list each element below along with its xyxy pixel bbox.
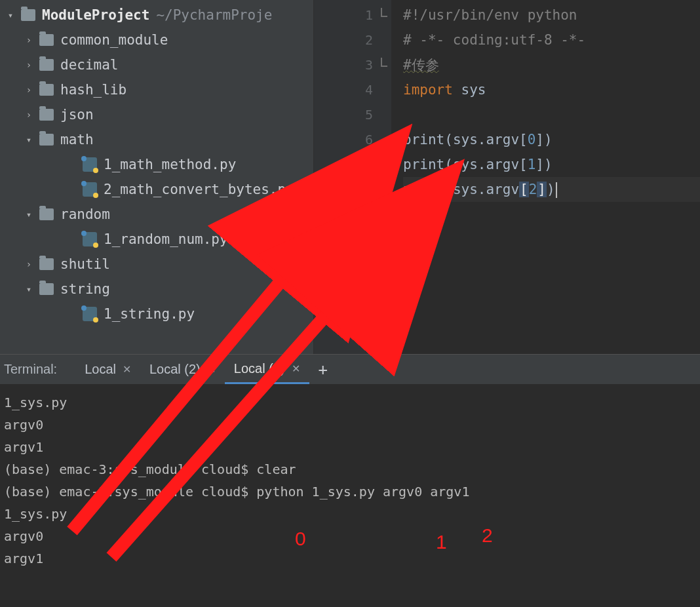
- code-identifier: sys: [461, 82, 486, 98]
- chevron-down-icon[interactable]: ▾: [22, 209, 35, 220]
- chevron-right-icon[interactable]: ›: [22, 35, 35, 45]
- tree-item[interactable]: ›hash_lib: [0, 77, 313, 102]
- folder-icon: [39, 258, 54, 270]
- tree-item-label: 2_math_convert_bytes.py: [104, 182, 294, 197]
- tree-item[interactable]: ·1_random_num.py: [0, 227, 313, 252]
- text-caret: [556, 182, 557, 198]
- terminal-tab-label: Local: [85, 362, 116, 377]
- tree-item-label: decimal: [60, 57, 119, 73]
- project-root-label: ModuleProject: [42, 7, 149, 23]
- code-comment: #传参: [403, 57, 439, 73]
- python-file-icon: [83, 307, 97, 321]
- terminal-panel: Terminal: Local✕Local (2)✕Local (3)✕ + 1…: [0, 354, 700, 607]
- project-root-row[interactable]: ▾ ModuleProject ~/PycharmProje: [0, 3, 313, 28]
- terminal-title: Terminal:: [4, 362, 57, 377]
- close-icon[interactable]: ✕: [207, 363, 216, 376]
- add-terminal-button[interactable]: +: [309, 361, 337, 379]
- terminal-tab[interactable]: Local (3)✕: [225, 355, 309, 384]
- tree-item-label: math: [60, 132, 94, 147]
- code-comment: # -*- coding:utf-8 -*-: [403, 32, 585, 48]
- tree-item-label: 1_math_method.py: [104, 157, 236, 172]
- tree-item-label: random: [60, 206, 110, 222]
- python-file-icon: [83, 232, 97, 246]
- close-icon[interactable]: ✕: [123, 363, 131, 376]
- folder-icon: [39, 208, 54, 220]
- python-file-icon: [83, 182, 97, 197]
- python-file-icon: [83, 157, 97, 172]
- code-keyword: import: [403, 82, 453, 98]
- tree-item-label: shutil: [60, 256, 110, 272]
- folder-icon: [39, 34, 54, 46]
- terminal-tab-label: Local (2): [149, 362, 201, 377]
- tree-item-label: 1_random_num.py: [104, 231, 228, 247]
- editor-gutter: 1 2 3 4 5 6 7 8 9 10: [314, 0, 391, 354]
- tree-item[interactable]: ·2_math_convert_bytes.py: [0, 177, 313, 202]
- folder-icon: [39, 134, 54, 146]
- folder-icon: [21, 9, 35, 21]
- chevron-down-icon[interactable]: ▾: [22, 134, 35, 145]
- close-icon[interactable]: ✕: [292, 362, 300, 375]
- terminal-tabs-bar: Terminal: Local✕Local (2)✕Local (3)✕ +: [0, 355, 700, 385]
- tree-item[interactable]: ›shutil: [0, 252, 313, 277]
- folder-icon: [39, 109, 54, 121]
- tree-item[interactable]: ·1_math_method.py: [0, 152, 313, 177]
- chevron-right-icon[interactable]: ›: [22, 109, 35, 120]
- tree-item-label: hash_lib: [60, 82, 126, 98]
- project-root-path: ~/PycharmProje: [156, 7, 272, 23]
- tree-item-label: common_module: [60, 32, 168, 48]
- tree-item[interactable]: ▾math: [0, 127, 313, 152]
- chevron-down-icon[interactable]: ▾: [4, 10, 17, 20]
- folder-icon: [39, 84, 54, 96]
- chevron-right-icon[interactable]: ›: [22, 259, 35, 269]
- folder-icon: [39, 283, 54, 295]
- tree-item-label: string: [60, 281, 110, 297]
- tree-item[interactable]: ·1_string.py: [0, 302, 313, 326]
- tree-item-label: 1_string.py: [104, 306, 195, 322]
- folder-icon: [39, 59, 54, 71]
- chevron-down-icon[interactable]: ▾: [22, 284, 35, 294]
- terminal-output[interactable]: 1_sys.py argv0 argv1 (base) emac-3:sys_m…: [0, 385, 700, 607]
- tree-item[interactable]: ▾random: [0, 202, 313, 227]
- tree-item[interactable]: ›common_module: [0, 28, 313, 52]
- terminal-tab[interactable]: Local✕: [75, 355, 140, 384]
- editor-code-area[interactable]: #!/usr/bin/env python # -*- coding:utf-8…: [391, 0, 700, 354]
- project-tree[interactable]: ▾ ModuleProject ~/PycharmProje ›common_m…: [0, 0, 313, 354]
- terminal-tab[interactable]: Local (2)✕: [140, 355, 225, 384]
- tree-item[interactable]: ▾string: [0, 277, 313, 302]
- chevron-right-icon[interactable]: ›: [22, 85, 35, 95]
- code-editor[interactable]: 1 2 3 4 5 6 7 8 9 10 #!/usr/bin/env pyth…: [313, 0, 700, 354]
- tree-item[interactable]: ›decimal: [0, 52, 313, 77]
- chevron-right-icon[interactable]: ›: [22, 60, 35, 70]
- terminal-tab-label: Local (3): [234, 361, 285, 376]
- tree-item-label: json: [60, 107, 94, 123]
- tree-item[interactable]: ›json: [0, 102, 313, 127]
- code-comment: #!/usr/bin/env python: [403, 7, 577, 23]
